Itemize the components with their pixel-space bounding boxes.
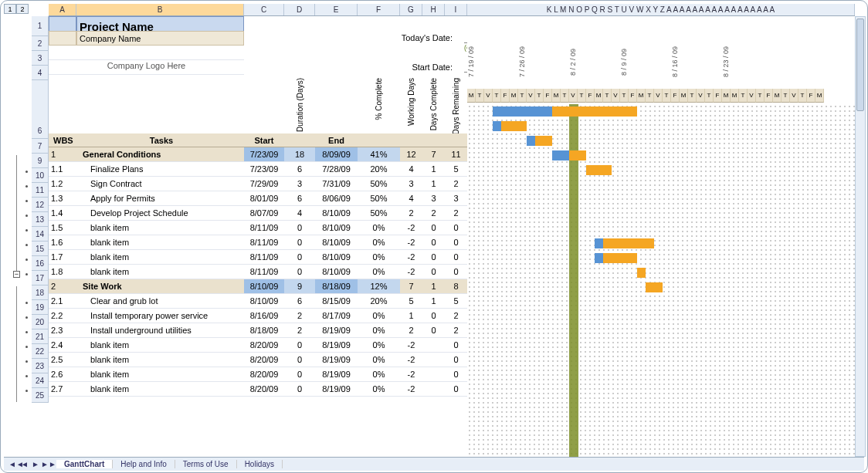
dc-cell[interactable]: 2 [422, 206, 445, 221]
dr-cell[interactable]: 11 [445, 147, 467, 162]
wd-cell[interactable]: 12 [400, 147, 422, 162]
dur-cell[interactable]: 0 [284, 367, 315, 382]
col-F[interactable]: F [358, 4, 400, 15]
dur-cell[interactable]: 0 [284, 250, 315, 265]
wbs-cell[interactable]: 2 [49, 279, 76, 294]
end-cell[interactable]: 8/19/09 [315, 367, 358, 382]
pct-cell[interactable]: 0% [358, 265, 400, 279]
gantt-bar-complete[interactable] [493, 106, 552, 117]
row-16[interactable]: 16 [32, 256, 49, 271]
row-14[interactable]: 14 [32, 227, 49, 242]
wbs-cell[interactable]: 1.8 [49, 265, 76, 279]
outline-level-2[interactable]: 2 [16, 4, 29, 14]
sheet-tab[interactable]: Help and Info [113, 460, 175, 468]
end-cell[interactable]: 8/06/09 [315, 191, 358, 206]
pct-cell[interactable]: 20% [358, 294, 400, 309]
row-6[interactable]: 6 [32, 80, 49, 139]
end-cell[interactable]: 8/10/09 [315, 265, 358, 279]
wd-cell[interactable]: 7 [400, 279, 422, 294]
sheet-tab[interactable]: GanttChart [56, 460, 113, 468]
row-19[interactable]: 19 [32, 300, 49, 315]
dur-cell[interactable]: 18 [284, 147, 315, 162]
wd-cell[interactable]: -2 [400, 250, 422, 265]
wd-cell[interactable]: 2 [400, 206, 422, 221]
wd-cell[interactable]: -2 [400, 367, 422, 382]
dur-cell[interactable]: 6 [284, 162, 315, 177]
wbs-cell[interactable]: 1.4 [49, 206, 76, 221]
start-cell[interactable]: 8/11/09 [244, 235, 284, 250]
end-cell[interactable]: 8/19/09 [315, 338, 358, 353]
task-name-cell[interactable]: Develop Project Schedule [76, 206, 244, 221]
wbs-cell[interactable]: 2.1 [49, 294, 76, 309]
task-name-cell[interactable]: blank item [76, 353, 244, 367]
dc-cell[interactable]: 0 [422, 309, 445, 323]
dc-cell[interactable]: 1 [422, 162, 445, 177]
dr-cell[interactable]: 3 [445, 191, 467, 206]
task-name-cell[interactable]: Apply for Permits [76, 191, 244, 206]
task-name-cell[interactable]: blank item [76, 265, 244, 279]
dr-cell[interactable]: 5 [445, 294, 467, 309]
row-11[interactable]: 11 [32, 183, 49, 198]
dc-cell[interactable]: 1 [422, 279, 445, 294]
dur-cell[interactable]: 4 [284, 206, 315, 221]
row-2[interactable]: 2 [32, 36, 49, 51]
pct-cell[interactable]: 0% [358, 353, 400, 367]
end-cell[interactable]: 8/10/09 [315, 235, 358, 250]
end-cell[interactable]: 8/10/09 [315, 206, 358, 221]
pct-cell[interactable]: 50% [358, 191, 400, 206]
col-G[interactable]: G [400, 4, 422, 15]
dr-cell[interactable]: 0 [445, 353, 467, 367]
row-13[interactable]: 13 [32, 212, 49, 227]
end-cell[interactable]: 8/19/09 [315, 353, 358, 367]
start-cell[interactable]: 7/23/09 [244, 147, 284, 162]
task-name-cell[interactable]: blank item [76, 367, 244, 382]
task-name-cell[interactable]: Sign Contract [76, 177, 244, 191]
gantt-bar-remaining[interactable] [552, 106, 637, 117]
gantt-bar-remaining[interactable] [501, 121, 527, 131]
pct-cell[interactable]: 0% [358, 323, 400, 338]
wd-cell[interactable]: 4 [400, 191, 422, 206]
row-25[interactable]: 25 [32, 388, 49, 403]
pct-cell[interactable]: 12% [358, 279, 400, 294]
wbs-cell[interactable]: 2.6 [49, 367, 76, 382]
row-17[interactable]: 17 [32, 271, 49, 285]
task-name-cell[interactable]: General Conditions [76, 147, 244, 162]
wd-cell[interactable]: -2 [400, 265, 422, 279]
tab-last-icon[interactable]: ►► [41, 460, 52, 468]
start-cell[interactable]: 8/11/09 [244, 221, 284, 235]
pct-cell[interactable]: 20% [358, 162, 400, 177]
dur-cell[interactable]: 0 [284, 235, 315, 250]
wd-cell[interactable]: 3 [400, 177, 422, 191]
dur-cell[interactable]: 0 [284, 338, 315, 353]
wd-cell[interactable]: 4 [400, 162, 422, 177]
end-cell[interactable]: 7/31/09 [315, 177, 358, 191]
logo-placeholder[interactable]: Company Logo Here [49, 44, 244, 87]
gantt-bar-remaining[interactable] [603, 238, 654, 248]
wbs-cell[interactable]: 2.5 [49, 353, 76, 367]
dc-cell[interactable] [422, 338, 445, 353]
col-I[interactable]: I [445, 4, 467, 15]
dc-cell[interactable]: 7 [422, 147, 445, 162]
task-name-cell[interactable]: blank item [76, 250, 244, 265]
wd-cell[interactable]: 1 [400, 309, 422, 323]
dr-cell[interactable]: 0 [445, 382, 467, 397]
task-name-cell[interactable]: blank item [76, 235, 244, 250]
task-name-cell[interactable]: Install underground utilities [76, 323, 244, 338]
wbs-cell[interactable]: 1.1 [49, 162, 76, 177]
gantt-bar-complete[interactable] [527, 136, 535, 146]
col-C[interactable]: C [244, 4, 284, 15]
row-23[interactable]: 23 [32, 359, 49, 373]
dr-cell[interactable]: 8 [445, 279, 467, 294]
wd-cell[interactable]: 2 [400, 323, 422, 338]
gantt-bar-remaining[interactable] [637, 268, 646, 278]
end-cell[interactable]: 8/10/09 [315, 250, 358, 265]
dur-cell[interactable]: 6 [284, 191, 315, 206]
gantt-bar-complete[interactable] [493, 121, 501, 131]
wbs-cell[interactable]: 2.2 [49, 309, 76, 323]
row-4[interactable]: 4 [32, 66, 49, 80]
tab-prev-icon[interactable]: ◄ [19, 460, 30, 468]
gantt-bar-remaining[interactable] [586, 165, 612, 175]
wd-cell[interactable]: -2 [400, 382, 422, 397]
row-15[interactable]: 15 [32, 242, 49, 256]
end-cell[interactable]: 8/17/09 [315, 309, 358, 323]
